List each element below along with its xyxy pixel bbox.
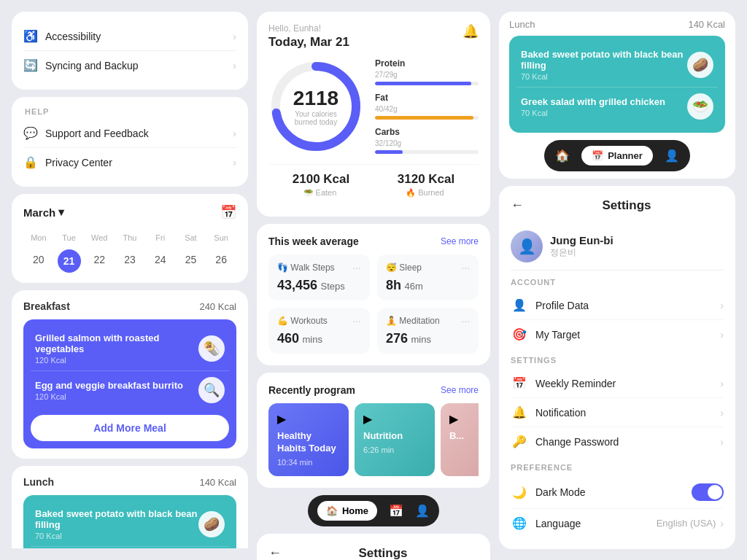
planner-button[interactable]: 📅 Planner xyxy=(581,146,653,166)
help-label-text: Privacy Center xyxy=(45,157,112,168)
carbs-label: Carbs xyxy=(375,127,479,137)
meal-item-name: Greek salad with grilled chicken xyxy=(521,96,687,107)
lunch-item: Baked sweet potato with black bean filli… xyxy=(31,502,229,547)
settings-right-row[interactable]: 📅 Weekly Reminder › xyxy=(511,369,724,398)
program-card[interactable]: ▶ Nutrition 6:26 min xyxy=(355,403,435,476)
settings-right-icon: 🔔 xyxy=(511,405,528,419)
main-info-card: Hello, Eunha! Today, Mar 21 🔔 2118 Your … xyxy=(257,12,490,217)
calendar-nav-icon[interactable]: 📅 xyxy=(389,504,403,518)
settings-back-arrow[interactable]: ← xyxy=(511,198,524,213)
stat-label: 🧘 Meditation xyxy=(386,316,440,326)
settings-icon: 🔄 xyxy=(23,58,38,72)
week-avg-title: This week average xyxy=(268,236,359,247)
profile-planner-icon[interactable]: 👤 xyxy=(665,149,679,163)
calendar-date[interactable]: 25 xyxy=(176,249,206,273)
home-label: Home xyxy=(342,505,368,516)
notification-bell-icon[interactable]: 🔔 xyxy=(462,23,479,39)
stat-unit: 46m xyxy=(404,281,422,292)
settings-right-label: Notification xyxy=(535,407,586,419)
meal-item-kcal: 70 Kcal xyxy=(35,532,198,540)
settings-item[interactable]: 🔄 Syncing and Backup › xyxy=(23,51,236,79)
month-selector[interactable]: March ▾ xyxy=(23,206,64,219)
user-sub: 정은비 xyxy=(550,246,614,259)
fat-macro: Fat 40/42g xyxy=(375,93,479,120)
calendar-date[interactable]: 21 xyxy=(58,249,81,273)
calendar-card: March ▾ 📅 MonTueWedThuFriSatSun 20212223… xyxy=(12,194,248,283)
settings-right-label: Change Password xyxy=(535,436,619,448)
lunch-kcal: 140 Kcal xyxy=(199,477,236,488)
chevron-right-icon: › xyxy=(720,300,724,311)
program-name: B... xyxy=(449,430,479,443)
preference-row[interactable]: 🌐 Language English (USA) › xyxy=(511,509,724,537)
meal-item-emoji: 🥔 xyxy=(687,52,713,78)
program-card[interactable]: ▶ B... xyxy=(441,403,479,476)
stat-more-icon[interactable]: ··· xyxy=(461,315,470,327)
add-meal-button[interactable]: Add More Meal xyxy=(31,415,229,441)
kcal-summary: 2100 Kcal 🥗Eaten 3120 Kcal 🔥Burned xyxy=(268,164,479,205)
account-label-text: My Target xyxy=(535,329,580,341)
account-row[interactable]: 🎯 My Target › xyxy=(511,320,724,349)
settings-right-title: Settings xyxy=(530,198,724,213)
stat-more-icon[interactable]: ··· xyxy=(352,315,361,327)
dark-mode-toggle[interactable] xyxy=(692,483,724,501)
user-avatar: 👤 xyxy=(511,230,543,262)
calendar-date[interactable]: 22 xyxy=(84,249,115,273)
back-arrow-icon[interactable]: ← xyxy=(268,545,282,560)
macros-section: Protein 27/29g Fat 40/42g Carbs 32/120g xyxy=(375,58,479,154)
meal-item-kcal: 120 Kcal xyxy=(35,392,198,401)
lunch-items: Baked sweet potato with black bean filli… xyxy=(23,495,236,548)
program-title: Recently program xyxy=(268,384,355,396)
help-item[interactable]: 💬 Support and Feedback › xyxy=(23,119,236,148)
program-card[interactable]: ▶ Healthy Habits Today 10:34 min xyxy=(268,403,349,476)
protein-label: Protein xyxy=(375,58,479,69)
chevron-right-icon: › xyxy=(720,329,724,341)
home-planner-icon[interactable]: 🏠 xyxy=(555,149,570,163)
calendar-date[interactable]: 20 xyxy=(23,249,54,273)
calendar-date[interactable]: 24 xyxy=(145,249,176,273)
home-nav-button[interactable]: 🏠 Home xyxy=(317,501,377,521)
month-label: March xyxy=(23,206,55,219)
settings-right-label: Weekly Reminder xyxy=(535,378,616,389)
breakfast-item: Egg and veggie breakfast burrito 120 Kca… xyxy=(31,371,229,409)
stat-card: 👣 Walk Steps ··· 43,456 Steps xyxy=(268,254,370,300)
toggle-thumb xyxy=(708,485,722,499)
bottom-nav: 🏠 Home 📅 👤 xyxy=(308,495,439,526)
profile-nav-icon[interactable]: 👤 xyxy=(415,504,430,518)
calendar-date[interactable]: 26 xyxy=(206,249,236,273)
preference-row[interactable]: 🌙 Dark Mode xyxy=(511,476,724,509)
chevron-right-icon: › xyxy=(720,518,724,529)
stat-more-icon[interactable]: ··· xyxy=(352,262,361,273)
program-see-more[interactable]: See more xyxy=(441,385,479,395)
week-avg-see-more[interactable]: See more xyxy=(441,236,479,246)
settings-bottom-card: ← Settings xyxy=(257,534,490,560)
chevron-right-icon: › xyxy=(720,407,724,419)
program-time: 6:26 min xyxy=(363,446,426,454)
stat-unit: mins xyxy=(411,334,431,345)
breakfast-card: Breakfast 240 Kcal Grilled salmon with r… xyxy=(12,290,248,459)
settings-item[interactable]: ♿ Accessibility › xyxy=(23,22,236,51)
day-label: Sun xyxy=(206,230,236,245)
top-settings-card: ♿ Accessibility › 🔄 Syncing and Backup › xyxy=(12,12,248,90)
help-icon: 🔒 xyxy=(23,155,38,169)
pref-icon: 🌙 xyxy=(511,486,528,499)
calendar-date[interactable]: 23 xyxy=(115,249,145,273)
help-item[interactable]: 🔒 Privacy Center › xyxy=(23,148,236,176)
account-row[interactable]: 👤 Profile Data › xyxy=(511,291,724,320)
calorie-ring: 2118 Your calories burned today xyxy=(268,59,363,154)
settings-icon: ♿ xyxy=(23,29,38,43)
stat-more-icon[interactable]: ··· xyxy=(461,262,470,273)
stat-label: 💪 Workouts xyxy=(277,316,328,326)
right-panel: Lunch 140 Kcal Baked sweet potato with b… xyxy=(499,12,735,548)
program-play-icon: ▶ xyxy=(449,412,479,426)
settings-label: Syncing and Backup xyxy=(45,60,139,71)
lunch-top-card: Lunch 140 Kcal Baked sweet potato with b… xyxy=(499,12,735,179)
calendar-icon[interactable]: 📅 xyxy=(220,204,236,220)
chevron-right-icon: › xyxy=(233,157,236,168)
settings-right-icon: 🔑 xyxy=(511,435,528,448)
program-play-icon: ▶ xyxy=(277,412,340,426)
settings-right-row[interactable]: 🔑 Change Password › xyxy=(511,427,724,456)
account-icon: 👤 xyxy=(511,298,528,312)
settings-right-row[interactable]: 🔔 Notification › xyxy=(511,398,724,427)
help-label: HELP xyxy=(23,107,236,116)
carbs-values: 32/120g xyxy=(375,139,479,147)
